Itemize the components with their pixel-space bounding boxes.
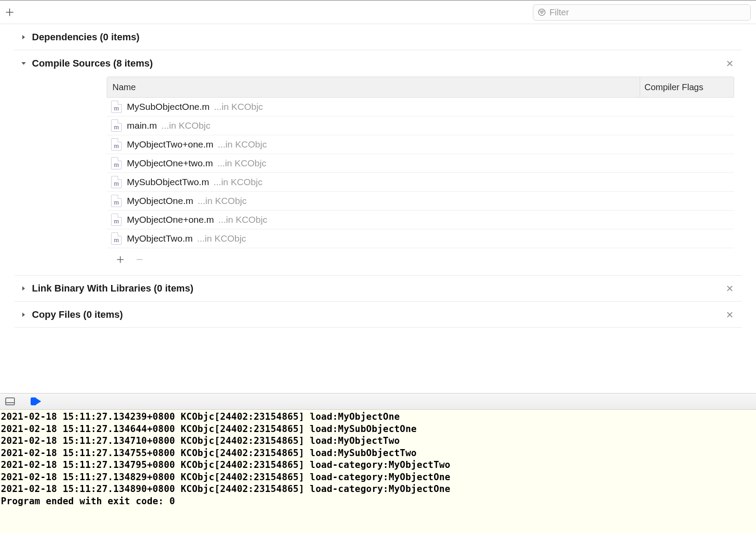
add-file-button[interactable]: [116, 255, 125, 264]
section-dependencies[interactable]: Dependencies (0 items): [14, 24, 742, 50]
objc-file-icon: m: [111, 138, 122, 151]
toggle-debug-panel-button[interactable]: [5, 397, 15, 405]
console-toolbar: [0, 393, 756, 410]
filter-icon: [538, 8, 546, 17]
build-phases-toolbar: [0, 0, 756, 24]
console-output[interactable]: 2021-02-18 15:11:27.134239+0800 KCObjc[2…: [0, 410, 756, 534]
table-body: mMySubObjectOne.m...in KCObjcmmain.m...i…: [107, 98, 734, 248]
remove-phase-button[interactable]: [725, 284, 735, 293]
objc-file-icon: m: [111, 195, 122, 207]
file-name: MyObjectOne.m: [127, 196, 193, 206]
objc-file-icon: m: [111, 157, 122, 169]
objc-file-icon: m: [111, 232, 122, 245]
file-location: ...in KCObjc: [161, 120, 210, 131]
file-name: MyObjectTwo.m: [127, 233, 193, 244]
disclosure-right-icon: [19, 284, 28, 293]
file-name: MyObjectOne+two.m: [127, 158, 213, 169]
table-footer: [107, 248, 734, 267]
table-row[interactable]: mMyObjectTwo+one.m...in KCObjc: [107, 135, 734, 154]
file-name: MyObjectTwo+one.m: [127, 139, 214, 150]
add-build-phase-button[interactable]: [4, 6, 16, 18]
file-name: main.m: [127, 120, 157, 131]
table-row[interactable]: mmain.m...in KCObjc: [107, 116, 734, 135]
table-row[interactable]: mMySubObjectOne.m...in KCObjc: [107, 98, 734, 116]
objc-file-icon: m: [111, 214, 122, 226]
plus-icon: [116, 256, 124, 263]
table-row[interactable]: mMyObjectOne.m...in KCObjc: [107, 192, 734, 211]
compile-sources-table: Name Compiler Flags mMySubObjectOne.m...…: [107, 77, 734, 267]
breakpoint-icon: [35, 397, 41, 405]
objc-file-icon: m: [111, 119, 122, 132]
disclosure-down-icon: [19, 59, 28, 68]
table-row[interactable]: mMyObjectOne+one.m...in KCObjc: [107, 211, 734, 229]
close-icon: [726, 285, 733, 292]
table-row[interactable]: mMyObjectTwo.m...in KCObjc: [107, 229, 734, 248]
section-link-binary[interactable]: Link Binary With Libraries (0 items): [14, 275, 742, 302]
filter-field[interactable]: [533, 4, 751, 21]
section-compile-sources[interactable]: Compile Sources (8 items): [14, 50, 742, 77]
remove-phase-button[interactable]: [725, 59, 735, 68]
remove-phase-button[interactable]: [725, 310, 735, 320]
file-name: MySubObjectOne.m: [127, 102, 210, 112]
file-name: MySubObjectTwo.m: [127, 177, 209, 187]
table-header: Name Compiler Flags: [107, 77, 734, 98]
close-icon: [726, 60, 733, 67]
section-title: Compile Sources (8 items): [32, 58, 153, 69]
disclosure-right-icon: [19, 32, 28, 42]
table-row[interactable]: mMyObjectOne+two.m...in KCObjc: [107, 154, 734, 173]
table-row[interactable]: mMySubObjectTwo.m...in KCObjc: [107, 173, 734, 192]
close-icon: [726, 311, 733, 318]
breakpoint-button[interactable]: [30, 397, 41, 405]
objc-file-icon: m: [111, 101, 122, 113]
file-location: ...in KCObjc: [214, 177, 262, 187]
file-location: ...in KCObjc: [214, 102, 263, 112]
file-location: ...in KCObjc: [197, 233, 246, 244]
section-title: Copy Files (0 items): [32, 309, 123, 320]
filter-input[interactable]: [550, 7, 746, 18]
minus-icon: [136, 256, 144, 263]
file-location: ...in KCObjc: [217, 158, 266, 169]
section-copy-files[interactable]: Copy Files (0 items): [14, 302, 742, 328]
file-location: ...in KCObjc: [198, 196, 247, 206]
objc-file-icon: m: [111, 176, 122, 188]
column-header-name[interactable]: Name: [107, 82, 640, 92]
plus-icon: [5, 8, 14, 17]
file-name: MyObjectOne+one.m: [127, 214, 214, 225]
section-title: Dependencies (0 items): [32, 32, 140, 43]
section-title: Link Binary With Libraries (0 items): [32, 283, 193, 294]
disclosure-right-icon: [19, 310, 28, 320]
build-phases-content: Dependencies (0 items) Compile Sources (…: [0, 24, 756, 393]
remove-file-button[interactable]: [135, 255, 144, 264]
file-location: ...in KCObjc: [218, 214, 267, 225]
file-location: ...in KCObjc: [218, 139, 267, 150]
column-header-flags[interactable]: Compiler Flags: [640, 77, 734, 97]
